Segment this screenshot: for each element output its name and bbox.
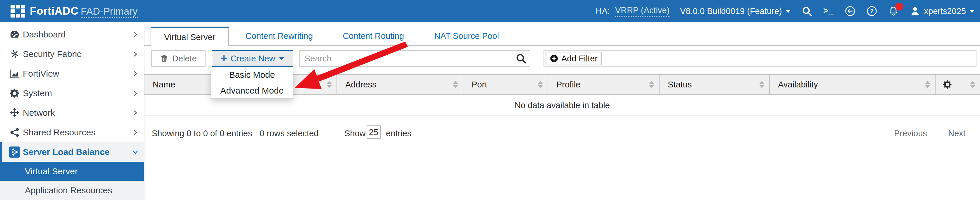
plus-icon: + [221,53,227,63]
sidebar-item-network[interactable]: Network [0,103,144,122]
username: xperts2025 [924,6,966,16]
menu-item-advanced-mode[interactable]: Advanced Mode [212,83,293,98]
ha-label: HA: [596,6,610,16]
notifications-bell-icon[interactable] [888,6,899,17]
help-icon[interactable]: ? [866,6,877,17]
page-size-select[interactable]: 25 [367,125,381,139]
add-filter-plus-icon [550,54,558,63]
create-new-menu: Basic Mode Advanced Mode [211,67,293,98]
add-filter-button[interactable]: Add Filter [546,52,602,65]
sort-icon [326,81,332,88]
notification-badge [895,3,903,11]
svg-text:?: ? [870,8,873,14]
show-label: Show [344,129,366,138]
sort-icon [649,81,654,88]
sort-icon [538,81,543,88]
column-header-profile[interactable]: Profile [548,75,660,94]
hostname[interactable]: FAD-Primary [81,0,138,21]
system-gear-icon [9,88,21,99]
chevron-right-icon [132,110,138,116]
tab-virtual-server[interactable]: Virtual Server [151,27,229,46]
cli-console-icon[interactable]: >_ [823,6,834,17]
sidebar-item-security-fabric[interactable]: Security Fabric [0,44,144,64]
chevron-right-icon [132,51,138,57]
chevron-right-icon [132,129,138,136]
search-box [299,50,530,67]
search-input[interactable] [300,54,515,63]
column-settings[interactable] [935,75,980,94]
user-avatar-icon [910,6,921,17]
app-header: FortiADC FAD-Primary HA: VRRP (Active) V… [0,0,980,22]
sort-icon [925,81,930,88]
user-menu[interactable]: xperts2025 [910,6,975,17]
create-new-button[interactable]: + Create New [212,50,293,67]
column-settings-gear-icon [943,79,953,89]
delete-button[interactable]: Delete [151,50,205,67]
chevron-right-icon [132,31,138,38]
fortiview-icon [9,68,21,79]
sort-icon [970,81,975,88]
filter-bar: Add Filter [544,50,977,67]
sidebar-item-application-resources[interactable]: Application Resources [0,181,144,200]
chevron-right-icon [132,70,138,77]
sidebar-item-server-load-balance[interactable]: Server Load Balance [0,142,144,162]
entries-summary: Showing 0 to 0 of 0 entries [152,129,252,138]
network-icon [9,107,21,118]
entries-label: entries [386,129,411,138]
version-label: V8.0.0 Build0019 (Feature) [680,6,782,16]
tab-nat-source-pool[interactable]: NAT Source Pool [430,27,503,45]
security-fabric-icon [9,49,21,60]
next-page-button[interactable]: Next [948,129,966,138]
previous-page-button[interactable]: Previous [894,129,927,138]
rows-selected: 0 rows selected [259,129,319,138]
sidebar-item-shared-resources[interactable]: Shared Resources [0,122,144,142]
chevron-down-icon [132,149,138,155]
sidebar-item-fortiview[interactable]: FortiView [0,64,144,83]
sidebar-item-system[interactable]: System [0,83,144,103]
tab-content-rewriting[interactable]: Content Rewriting [244,27,315,45]
ha-status-link[interactable]: VRRP (Active) [615,6,670,17]
app-title: FortiADC [30,0,78,22]
sidebar-item-virtual-server[interactable]: Virtual Server [0,162,144,181]
version-menu[interactable]: V8.0.0 Build0019 (Feature) [680,6,791,16]
caret-down-icon [786,10,791,13]
shared-resources-icon [9,127,21,138]
sidebar-item-dashboard[interactable]: Dashboard [0,25,144,44]
caret-down-icon [969,10,975,13]
server-load-balance-icon [9,146,21,157]
caret-down-icon [279,57,284,60]
tab-content-routing[interactable]: Content Routing [341,27,406,45]
column-header-port[interactable]: Port [463,75,548,94]
sort-icon [759,81,765,88]
search-glass-icon[interactable] [515,52,527,64]
sort-icon [453,81,458,88]
trash-icon [160,54,169,63]
dashboard-icon [9,29,21,40]
search-icon[interactable] [801,6,813,17]
menu-item-basic-mode[interactable]: Basic Mode [212,67,293,83]
chevron-right-icon [132,90,138,97]
sidebar: Dashboard Security Fabric FortiView Sy [0,23,145,200]
column-header-availability[interactable]: Availability [770,75,935,94]
column-header-address[interactable]: Address [337,75,463,94]
column-header-status[interactable]: Status [660,75,770,94]
circle-arrow-icon[interactable] [845,6,856,17]
fortinet-logo [11,5,25,17]
